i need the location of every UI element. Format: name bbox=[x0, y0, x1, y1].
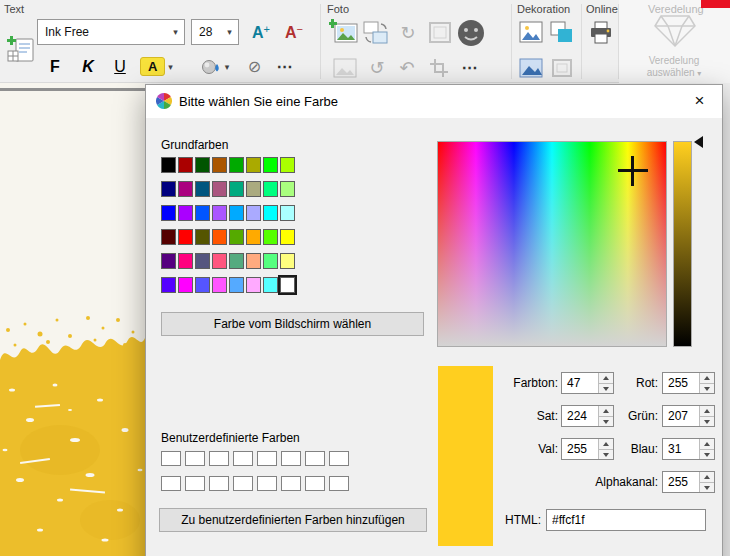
red-spin-up-button[interactable] bbox=[700, 373, 714, 383]
add-to-custom-colors-button[interactable]: Zu benutzerdefinierten Farben hinzufügen bbox=[159, 508, 427, 532]
basic-color-swatch[interactable] bbox=[178, 253, 193, 269]
basic-color-swatch[interactable] bbox=[229, 205, 244, 221]
custom-color-swatch[interactable] bbox=[185, 451, 205, 466]
hue-saturation-field[interactable] bbox=[437, 141, 667, 347]
fill-color-dropdown-icon[interactable]: ▾ bbox=[225, 62, 230, 72]
custom-color-swatch[interactable] bbox=[209, 476, 229, 491]
basic-color-swatch[interactable] bbox=[178, 229, 193, 245]
decoration-frame-button[interactable] bbox=[547, 54, 577, 81]
basic-color-swatch[interactable] bbox=[229, 157, 244, 173]
custom-color-swatch[interactable] bbox=[281, 476, 301, 491]
font-size-combo[interactable]: 28 ▾ bbox=[191, 19, 239, 45]
text-more-options-button[interactable]: ⋯ bbox=[271, 53, 298, 80]
basic-color-swatch[interactable] bbox=[263, 253, 278, 269]
basic-color-swatch[interactable] bbox=[178, 205, 193, 221]
basic-color-swatch[interactable] bbox=[212, 181, 227, 197]
blue-spinbox[interactable]: 31 bbox=[662, 438, 715, 460]
window-close-fragment[interactable] bbox=[701, 0, 730, 8]
basic-color-swatch[interactable] bbox=[195, 181, 210, 197]
rotate-left-photo-button[interactable]: ↺ bbox=[362, 54, 392, 81]
no-fill-button[interactable]: ⊘ bbox=[241, 53, 268, 80]
basic-color-swatch[interactable] bbox=[280, 205, 295, 221]
basic-color-swatch[interactable] bbox=[161, 253, 176, 269]
custom-color-swatch[interactable] bbox=[257, 476, 277, 491]
pick-screen-color-button[interactable]: Farbe vom Bildschirm wählen bbox=[161, 312, 424, 336]
custom-color-swatch[interactable] bbox=[257, 451, 277, 466]
basic-color-swatch[interactable] bbox=[280, 229, 295, 245]
add-text-field-button[interactable] bbox=[5, 34, 37, 66]
bold-button[interactable]: F bbox=[42, 53, 68, 80]
photo-placeholder-button[interactable] bbox=[330, 54, 360, 81]
green-value[interactable]: 207 bbox=[668, 406, 688, 426]
add-shape-button[interactable] bbox=[547, 17, 577, 47]
dialog-titlebar[interactable]: Bitte wählen Sie eine Farbe × bbox=[146, 85, 722, 118]
font-family-combo[interactable]: Ink Free ▾ bbox=[37, 19, 185, 45]
document-canvas[interactable] bbox=[0, 83, 145, 556]
basic-color-swatch[interactable] bbox=[263, 157, 278, 173]
decoration-background-button[interactable] bbox=[516, 54, 546, 81]
font-color-dropdown-icon[interactable]: ▾ bbox=[168, 62, 173, 72]
basic-color-swatch[interactable] bbox=[161, 181, 176, 197]
add-decoration-image-button[interactable] bbox=[516, 17, 546, 47]
basic-color-swatch[interactable] bbox=[229, 277, 244, 293]
basic-color-swatch[interactable] bbox=[161, 205, 176, 221]
custom-color-swatch[interactable] bbox=[209, 451, 229, 466]
custom-color-swatch[interactable] bbox=[281, 451, 301, 466]
basic-color-swatch[interactable] bbox=[246, 229, 261, 245]
basic-color-swatch[interactable] bbox=[246, 157, 261, 173]
custom-color-swatch[interactable] bbox=[329, 451, 349, 466]
photo-frame-button[interactable] bbox=[424, 17, 456, 49]
basic-color-swatch[interactable] bbox=[178, 181, 193, 197]
increase-font-size-button[interactable]: A + bbox=[246, 19, 276, 46]
basic-color-swatch[interactable] bbox=[229, 253, 244, 269]
basic-color-swatch[interactable] bbox=[263, 277, 278, 293]
custom-color-swatch[interactable] bbox=[233, 451, 253, 466]
basic-color-swatch[interactable] bbox=[178, 157, 193, 173]
font-family-dropdown-icon[interactable]: ▾ bbox=[167, 27, 184, 37]
font-color-button[interactable]: A ▾ bbox=[134, 53, 179, 80]
blue-spin-down-button[interactable] bbox=[700, 449, 714, 459]
basic-color-swatch[interactable] bbox=[280, 157, 295, 173]
basic-color-swatch[interactable] bbox=[263, 205, 278, 221]
decrease-font-size-button[interactable]: A − bbox=[279, 19, 309, 46]
alpha-spin-up-button[interactable] bbox=[700, 472, 714, 482]
custom-color-swatch[interactable] bbox=[305, 451, 325, 466]
underline-button[interactable]: U bbox=[107, 53, 133, 80]
swap-photo-button[interactable] bbox=[360, 17, 392, 49]
fill-color-button[interactable]: ▾ bbox=[192, 53, 237, 80]
basic-color-swatch[interactable] bbox=[195, 229, 210, 245]
undo-photo-button[interactable]: ↶ bbox=[392, 54, 422, 81]
crosshair-marker[interactable] bbox=[631, 156, 634, 186]
green-spin-up-button[interactable] bbox=[700, 406, 714, 416]
basic-color-swatch[interactable] bbox=[178, 277, 193, 293]
basic-color-swatch[interactable] bbox=[195, 253, 210, 269]
basic-color-swatch[interactable] bbox=[246, 277, 261, 293]
value-slider[interactable] bbox=[673, 141, 692, 347]
blue-value[interactable]: 31 bbox=[668, 439, 681, 459]
red-spin-down-button[interactable] bbox=[700, 383, 714, 393]
red-spinbox[interactable]: 255 bbox=[662, 372, 715, 394]
basic-color-swatch[interactable] bbox=[195, 157, 210, 173]
custom-color-swatch[interactable] bbox=[161, 476, 181, 491]
alpha-value[interactable]: 255 bbox=[668, 472, 688, 492]
smiley-button[interactable] bbox=[453, 15, 489, 51]
basic-color-swatch[interactable] bbox=[212, 157, 227, 173]
basic-color-swatch[interactable] bbox=[212, 277, 227, 293]
basic-color-swatch[interactable] bbox=[161, 157, 176, 173]
basic-color-swatch[interactable] bbox=[280, 277, 295, 293]
basic-color-swatch[interactable] bbox=[280, 181, 295, 197]
crop-photo-button[interactable] bbox=[424, 54, 454, 81]
custom-color-swatch[interactable] bbox=[233, 476, 253, 491]
alpha-spin-down-button[interactable] bbox=[700, 482, 714, 492]
basic-color-swatch[interactable] bbox=[212, 253, 227, 269]
html-input[interactable] bbox=[546, 509, 706, 531]
online-print-button[interactable] bbox=[585, 16, 617, 50]
green-spinbox[interactable]: 207 bbox=[662, 405, 715, 427]
custom-color-swatch[interactable] bbox=[161, 451, 181, 466]
basic-color-swatch[interactable] bbox=[246, 253, 261, 269]
custom-color-swatch[interactable] bbox=[329, 476, 349, 491]
italic-button[interactable]: K bbox=[75, 53, 101, 80]
custom-color-swatch[interactable] bbox=[305, 476, 325, 491]
basic-color-swatch[interactable] bbox=[280, 253, 295, 269]
basic-color-swatch[interactable] bbox=[246, 205, 261, 221]
